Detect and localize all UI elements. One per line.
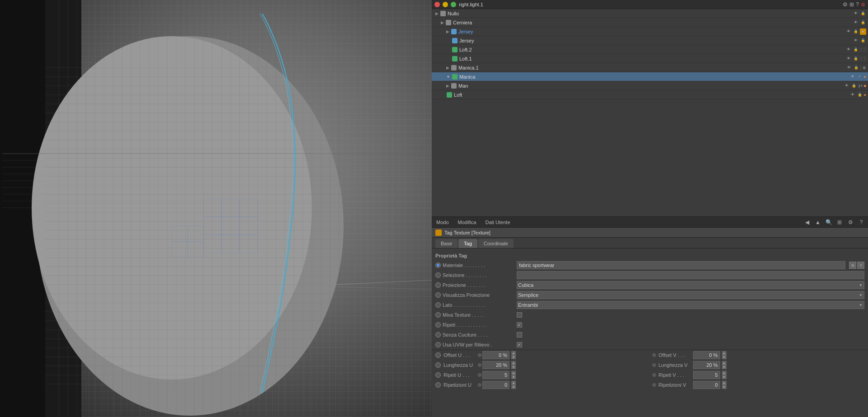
- layout-icon[interactable]: ⊞: [835, 218, 844, 226]
- tab-tag[interactable]: Tag: [458, 239, 477, 248]
- senza-checkbox[interactable]: [517, 332, 522, 337]
- selezione-input[interactable]: [517, 271, 864, 279]
- ripeti-radio[interactable]: [435, 322, 441, 328]
- ripeti-v-up[interactable]: ▲: [722, 371, 726, 375]
- tab-base[interactable]: Base: [435, 239, 458, 248]
- lunghezza-radio[interactable]: [435, 362, 441, 368]
- ripetizioni-u-down[interactable]: ▼: [511, 385, 516, 389]
- offset-u-up[interactable]: ▲: [511, 351, 516, 355]
- svg-rect-97: [440, 11, 446, 16]
- ripeti-u-indicator: [478, 373, 481, 377]
- loft-icon: [446, 92, 453, 98]
- senza-radio[interactable]: [435, 332, 441, 337]
- scene-row-jersey[interactable]: Jersey 👁 🔒: [432, 36, 868, 45]
- right-panel: right.light.1 ⚙ ⊞ ? ⊗ ▶ Nullo 👁 🔒 ▶: [432, 0, 868, 417]
- ripeti-checkbox[interactable]: ✓: [517, 322, 522, 328]
- scene-row-loft2[interactable]: Loft.2 👁 🔒 ⁚⁚ ⁚⁚: [432, 45, 868, 54]
- ripeti-u-up[interactable]: ▲: [511, 371, 516, 375]
- mat-icon-1[interactable]: ⊞: [849, 262, 856, 269]
- lunghezza-u-up[interactable]: ▲: [511, 361, 516, 365]
- ripeti-label: Ripeti . . . . . . . . . . .: [443, 322, 515, 328]
- settings2-icon[interactable]: ⚙: [846, 218, 854, 226]
- offset-v-indicator: [652, 353, 656, 357]
- vis-proiezione-radio[interactable]: [435, 292, 441, 298]
- uvw-checkbox[interactable]: ✓: [517, 342, 522, 347]
- ripeti-v-input[interactable]: [693, 371, 720, 379]
- maximize-btn[interactable]: [451, 2, 456, 7]
- proiezione-radio[interactable]: [435, 282, 441, 288]
- scene-row-manica1[interactable]: ▶ Manica.1 👁 🔒 ⁚ ⊕: [432, 63, 868, 72]
- svg-rect-99: [451, 29, 457, 34]
- toolbar-modifica[interactable]: Modifica: [456, 219, 478, 226]
- mat-icon-2[interactable]: ✕: [857, 262, 864, 269]
- tag-color-indicator: [435, 230, 442, 236]
- ripetizioni-radio[interactable]: [435, 382, 441, 388]
- lato-select[interactable]: Entrambi Fronte Retro: [517, 301, 864, 309]
- ripetizioni-u-input[interactable]: [482, 381, 509, 389]
- prop-row-lato: Lato . . . . . . . . . . . . Entrambi Fr…: [432, 300, 868, 310]
- ripeti-v-down[interactable]: ▼: [722, 375, 726, 379]
- 3d-viewport[interactable]: [0, 0, 432, 417]
- materiale-field[interactable]: fabric sportwear: [517, 261, 845, 269]
- materiale-radio[interactable]: [435, 262, 441, 268]
- offset-radio[interactable]: [435, 352, 441, 358]
- ripeti-u-down[interactable]: ▼: [511, 375, 516, 379]
- mixa-checkbox[interactable]: [517, 312, 522, 318]
- ripeti-uv-radio[interactable]: [435, 372, 441, 378]
- tab-coordinate[interactable]: Coordinate: [478, 239, 514, 248]
- lunghezza-u-down[interactable]: ▼: [511, 365, 516, 369]
- help2-icon[interactable]: ?: [857, 218, 865, 226]
- settings-icon[interactable]: ⚙: [843, 1, 848, 8]
- arrow-left-icon[interactable]: ◀: [803, 218, 811, 226]
- senza-label: Senza Cuciture . . . .: [443, 332, 515, 337]
- null-icon: [451, 65, 457, 71]
- offset-v-input[interactable]: [693, 351, 720, 359]
- lunghezza-v-up[interactable]: ▲: [722, 361, 726, 365]
- toolbar-dati-utente[interactable]: Dati Utente: [484, 219, 512, 226]
- offset-v-down[interactable]: ▼: [722, 355, 726, 359]
- ripetizioni-v-down[interactable]: ▼: [722, 385, 726, 389]
- help-icon[interactable]: ?: [856, 1, 859, 8]
- offset-u-down[interactable]: ▼: [511, 355, 516, 359]
- offset-u-indicator: [478, 353, 481, 357]
- lunghezza-v-down[interactable]: ▼: [722, 365, 726, 369]
- lunghezza-u-input[interactable]: [482, 361, 509, 369]
- selezione-radio[interactable]: [435, 272, 441, 278]
- scene-row-jersey-group[interactable]: ▶ Jersey 👁 🔒 ■: [432, 27, 868, 36]
- ripetizioni-v-up[interactable]: ▲: [722, 381, 726, 385]
- search-icon[interactable]: 🔍: [825, 218, 833, 226]
- vis-proiezione-select[interactable]: Semplice Normale: [517, 291, 864, 299]
- scene-row-manica[interactable]: ▼ Manica 👁 ✓ ●: [432, 72, 868, 81]
- scene-row-man[interactable]: ▶ Man 👁 🔒 1+ ■: [432, 81, 868, 90]
- lato-radio[interactable]: [435, 302, 441, 308]
- lunghezza-v-indicator: [652, 363, 656, 367]
- ripetizioni-u-up[interactable]: ▲: [511, 381, 516, 385]
- offset-u-input[interactable]: [482, 351, 509, 359]
- close-btn[interactable]: [434, 2, 440, 7]
- ripetizioni-v-input[interactable]: [693, 381, 720, 389]
- window-icon[interactable]: ⊞: [849, 1, 854, 8]
- lunghezza-v-input[interactable]: [693, 361, 720, 369]
- tag-title: Tag Texture [Texture]: [444, 230, 491, 235]
- manica1-badges: 👁 🔒 ⁚ ⊕: [846, 65, 866, 71]
- stop-icon[interactable]: ⊗: [861, 1, 865, 8]
- loft-badges: 👁 🔒 ●: [849, 92, 866, 98]
- scene-row-cerniera[interactable]: ▶ Cerniera 👁 🔒: [432, 18, 868, 27]
- mixa-radio[interactable]: [435, 312, 441, 318]
- scene-row-loft1[interactable]: Loft.1 👁 🔒 ⁚⁚ ⁚⁚: [432, 54, 868, 63]
- proiezione-select[interactable]: Cubica Sferica Cilindrica: [517, 281, 864, 289]
- jersey-group-badges: 👁 🔒 ■: [845, 28, 866, 35]
- jersey-group-label: Jersey: [458, 29, 845, 34]
- lunghezza-u-indicator: [478, 363, 481, 367]
- scene-row-loft[interactable]: Loft 👁 🔒 ●: [432, 90, 868, 99]
- offset-v-up[interactable]: ▲: [722, 351, 726, 355]
- arrow-icon[interactable]: ▲: [814, 218, 822, 226]
- nullo-label: Nullo: [448, 11, 853, 16]
- ripeti-u-label: Ripeti U . . .: [443, 372, 475, 378]
- null-icon: [451, 83, 457, 89]
- ripeti-u-input[interactable]: [482, 371, 509, 379]
- uvw-radio[interactable]: [435, 342, 441, 347]
- minimize-btn[interactable]: [443, 2, 448, 7]
- toolbar-modo[interactable]: Modo: [434, 219, 451, 226]
- scene-row-nullo[interactable]: ▶ Nullo 👁 🔒: [432, 9, 868, 18]
